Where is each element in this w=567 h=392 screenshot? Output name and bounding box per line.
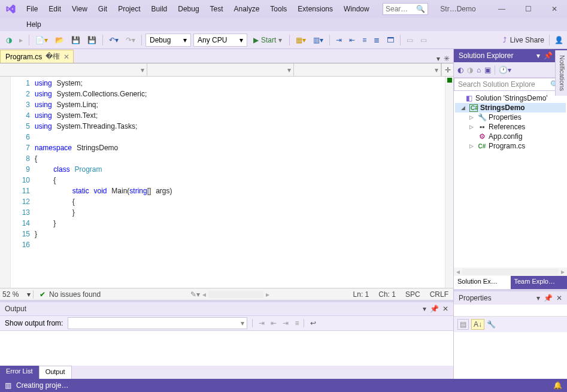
platform-dropdown[interactable]: Any CPU▾ <box>193 34 247 47</box>
brush-icon[interactable]: ✎▾ <box>190 290 200 299</box>
menu-tools[interactable]: Tools <box>265 2 292 16</box>
pin-icon[interactable]: 📌 <box>544 294 553 302</box>
menu-extensions[interactable]: Extensions <box>293 2 338 16</box>
menu-window[interactable]: Window <box>339 2 374 16</box>
solution-explorer-hscroll[interactable]: ◂▸ <box>454 268 567 276</box>
zoom-dropdown[interactable]: 52 %▾ <box>0 290 34 299</box>
categorized-icon[interactable]: ▤ <box>457 319 469 330</box>
menu-file[interactable]: File <box>22 2 43 16</box>
expander-icon[interactable]: ▷ <box>469 143 475 149</box>
menu-build[interactable]: Build <box>147 2 172 16</box>
tab-output[interactable]: Output <box>39 366 72 379</box>
properties-icon[interactable]: 🔧 <box>487 320 496 329</box>
save-all-button[interactable]: 💾 <box>85 35 99 45</box>
toolbar-button[interactable]: ▭ <box>404 35 416 45</box>
document-tab-program-cs[interactable]: Program.cs �権 ✕ <box>0 50 74 63</box>
menu-debug[interactable]: Debug <box>173 2 204 16</box>
active-files-dropdown[interactable]: ▾ <box>436 54 440 63</box>
toolbar-button[interactable]: ▭ <box>418 35 429 45</box>
indent-indicator[interactable]: SPC <box>401 290 425 299</box>
uncomment-button[interactable]: ≣ <box>371 35 382 45</box>
properties-grid[interactable] <box>454 332 567 379</box>
menu-help[interactable]: Help <box>22 18 46 31</box>
step-into-button[interactable]: ⇥ <box>333 35 344 45</box>
back-icon[interactable]: ◐ <box>457 66 463 74</box>
menu-project[interactable]: Project <box>113 2 145 16</box>
properties-panel-header[interactable]: Properties ▾ 📌 ✕ <box>454 291 567 305</box>
menu-view[interactable]: View <box>67 2 92 16</box>
solution-explorer-search[interactable]: Search Solution Explore 🔍▾ <box>454 78 567 91</box>
close-icon[interactable]: ✕ <box>556 294 562 302</box>
nav-class-dropdown[interactable]: ▾ <box>147 63 295 76</box>
outlining-margin[interactable] <box>0 77 11 288</box>
liveshare-button[interactable]: Live Share <box>510 36 544 44</box>
tree-solution-node[interactable]: ◧ Solution 'StringsDemo' <box>455 93 566 103</box>
minimize-button[interactable]: — <box>493 5 511 13</box>
code-editor[interactable]: 12345678910111213141516 using System; us… <box>0 77 453 288</box>
undo-button[interactable]: ↶▾ <box>107 35 121 45</box>
tab-team-explorer[interactable]: Team Explo… <box>511 276 568 289</box>
eol-indicator[interactable]: CRLF <box>425 290 453 299</box>
pin-icon[interactable]: �権 <box>46 51 60 62</box>
clear-icon[interactable]: ≡ <box>295 319 299 327</box>
nav-fwd-button[interactable]: ▸ <box>17 35 25 45</box>
notifications-tab[interactable]: Notifications <box>555 50 567 96</box>
code-text[interactable]: using System; using System.Collections.G… <box>35 77 445 288</box>
close-icon[interactable]: ✕ <box>442 305 448 313</box>
refresh-icon[interactable]: 🕐▾ <box>499 66 511 74</box>
tree-appconfig-node[interactable]: ⚙ App.config <box>455 132 566 141</box>
home-icon[interactable]: ⌂ <box>477 66 481 74</box>
output-panel-header[interactable]: Output ▾ 📌 ✕ <box>0 302 453 315</box>
tree-program-cs-node[interactable]: ▷ C# Program.cs <box>455 141 566 151</box>
properties-object-dropdown[interactable] <box>454 305 567 317</box>
open-button[interactable]: 📂 <box>53 35 66 45</box>
start-debug-button[interactable]: ▶Start▾ <box>250 36 286 44</box>
col-indicator[interactable]: Ch: 1 <box>374 290 401 299</box>
menu-edit[interactable]: Edit <box>44 2 66 16</box>
solution-explorer-tree[interactable]: ◧ Solution 'StringsDemo' ◢ C# StringsDem… <box>454 91 567 268</box>
fwd-icon[interactable]: ◑ <box>467 66 473 74</box>
nav-project-dropdown[interactable]: ▾ <box>0 63 147 76</box>
maximize-button[interactable]: ☐ <box>519 5 537 13</box>
pin-icon[interactable]: 📌 <box>544 51 553 60</box>
output-source-dropdown[interactable]: ▾ <box>68 317 247 329</box>
expander-icon[interactable]: ▷ <box>469 114 475 120</box>
admin-icon[interactable]: 👤 <box>554 36 563 44</box>
tree-properties-node[interactable]: ▷ 🔧 Properties <box>455 113 566 122</box>
tree-references-node[interactable]: ▷ ▪▪ References <box>455 122 566 132</box>
title-search-input[interactable]: Sear… 🔍 <box>383 3 428 15</box>
word-wrap-icon[interactable]: ↩ <box>304 319 316 327</box>
nav-back-button[interactable]: ◑ <box>4 35 14 45</box>
issues-indicator[interactable]: ✔No issues found <box>34 290 107 299</box>
toolbar-button[interactable]: ▦▾ <box>293 35 308 45</box>
solution-explorer-header[interactable]: Solution Explorer ▾ 📌 ✕ <box>454 49 567 62</box>
error-scroll-track[interactable] <box>445 77 453 288</box>
alphabetical-icon[interactable]: A↓ <box>471 319 484 330</box>
nav-member-dropdown[interactable]: ▾ <box>294 63 441 76</box>
output-body[interactable] <box>0 331 453 366</box>
close-button[interactable]: ✕ <box>545 5 563 13</box>
panel-dropdown-icon[interactable]: ▾ <box>536 294 540 302</box>
menu-git[interactable]: Git <box>93 2 112 16</box>
expander-icon[interactable]: ◢ <box>461 105 467 111</box>
sync-icon[interactable]: ▣ <box>484 66 491 74</box>
save-button[interactable]: 💾 <box>69 35 83 45</box>
split-editor-button[interactable]: ✛ <box>441 63 453 76</box>
bookmark-button[interactable]: 🗖 <box>384 35 396 45</box>
goto-line-icon[interactable]: ⇥ <box>259 319 265 327</box>
tab-solution-explorer[interactable]: Solution Ex… <box>454 276 511 289</box>
step-over-button[interactable]: ⇤ <box>347 35 357 45</box>
horizontal-scrollbar[interactable]: ◂▸ <box>200 290 272 299</box>
next-icon[interactable]: ⇥ <box>283 319 289 327</box>
menu-analyze[interactable]: Analyze <box>229 2 265 16</box>
prev-icon[interactable]: ⇤ <box>271 319 277 327</box>
comment-button[interactable]: ≡ <box>360 35 369 45</box>
new-project-button[interactable]: 📄▾ <box>33 35 50 45</box>
tab-options-icon[interactable]: ✳ <box>444 54 450 63</box>
panel-dropdown-icon[interactable]: ▾ <box>536 51 540 60</box>
toolbar-button[interactable]: ▥▾ <box>311 35 326 45</box>
tree-project-node[interactable]: ◢ C# StringsDemo <box>455 103 566 113</box>
panel-dropdown-icon[interactable]: ▾ <box>423 305 426 313</box>
line-indicator[interactable]: Ln: 1 <box>348 290 374 299</box>
redo-button[interactable]: ↷▾ <box>123 35 138 45</box>
